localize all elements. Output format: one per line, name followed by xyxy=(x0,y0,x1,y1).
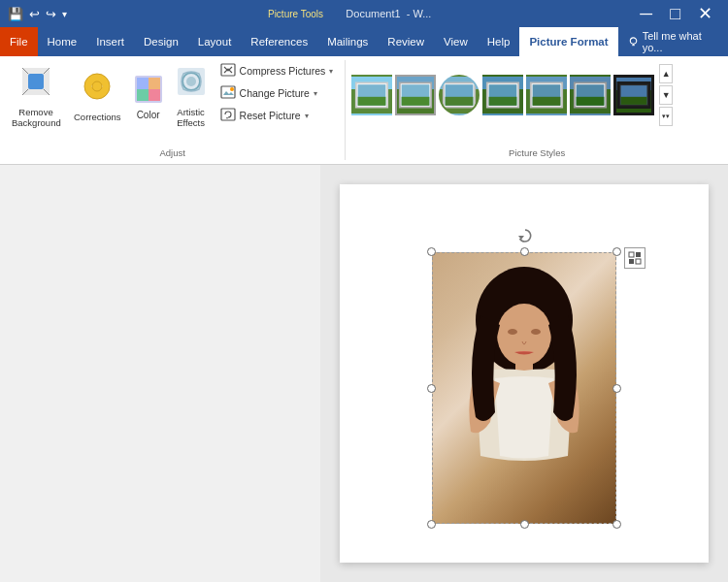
svg-rect-15 xyxy=(221,64,235,76)
svg-rect-36 xyxy=(577,97,605,106)
svg-point-42 xyxy=(497,304,551,366)
svg-rect-21 xyxy=(358,97,386,106)
picture-style-3[interactable] xyxy=(439,75,480,115)
adjust-items: RemoveBackground Corrections xyxy=(6,60,339,160)
ribbon: RemoveBackground Corrections xyxy=(0,56,728,165)
change-picture-label: Change Picture xyxy=(240,87,310,99)
compress-icon xyxy=(220,63,236,80)
svg-rect-48 xyxy=(629,259,634,264)
svg-rect-30 xyxy=(489,97,517,106)
compress-pictures-button[interactable]: Compress Pictures ▾ xyxy=(215,60,340,81)
menu-design[interactable]: Design xyxy=(134,27,188,56)
svg-rect-10 xyxy=(137,89,149,101)
title-bar: 💾 ↩ ↪ ▾ Picture Tools Document1 - W... ─… xyxy=(0,0,728,27)
undo-icon[interactable]: ↩ xyxy=(29,7,40,21)
corrections-button[interactable]: Corrections xyxy=(68,60,127,134)
artistic-effects-button[interactable]: ArtisticEffects xyxy=(170,60,213,134)
color-button[interactable]: Color xyxy=(129,60,168,134)
svg-point-44 xyxy=(508,329,517,335)
handle-top-left[interactable] xyxy=(427,247,436,256)
reset-dropdown: ▾ xyxy=(305,112,309,120)
svg-rect-24 xyxy=(402,97,430,106)
svg-point-17 xyxy=(230,87,234,91)
document-name: Document1 xyxy=(346,8,400,19)
tell-me-box[interactable]: Tell me what yo... xyxy=(618,27,728,56)
woman-illustration xyxy=(447,262,602,524)
menu-help[interactable]: Help xyxy=(478,27,520,56)
styles-scroll-more[interactable]: ▾▾ xyxy=(659,107,673,126)
handle-top-middle[interactable] xyxy=(520,247,529,256)
svg-rect-39 xyxy=(621,97,647,105)
layout-options-button[interactable] xyxy=(624,247,645,269)
reset-picture-label: Reset Picture xyxy=(240,110,301,121)
selected-image-container[interactable] xyxy=(432,252,616,524)
change-picture-icon xyxy=(220,85,236,102)
handle-top-right[interactable] xyxy=(612,247,621,256)
change-picture-button[interactable]: Change Picture ▾ xyxy=(215,82,340,104)
remove-background-button[interactable]: RemoveBackground xyxy=(6,60,66,134)
compress-pictures-label: Compress Pictures xyxy=(240,65,326,77)
remove-background-icon xyxy=(20,66,51,104)
change-dropdown: ▾ xyxy=(314,89,317,98)
styles-scroll: ▲ ▼ ▾▾ xyxy=(659,64,673,126)
menu-insert[interactable]: Insert xyxy=(86,27,134,56)
minimize-button[interactable]: ─ xyxy=(632,0,660,27)
menu-file[interactable]: File xyxy=(0,27,38,56)
picture-style-1[interactable] xyxy=(351,75,392,115)
title-center: Picture Tools Document1 - W... xyxy=(67,8,632,19)
handle-bottom-middle[interactable] xyxy=(520,520,529,529)
remove-background-label: RemoveBackground xyxy=(12,107,60,129)
selected-image xyxy=(432,252,616,524)
handle-bottom-left[interactable] xyxy=(427,520,436,529)
svg-point-14 xyxy=(186,77,196,86)
svg-rect-46 xyxy=(629,252,634,257)
restore-button[interactable]: □ xyxy=(662,0,688,27)
sidebar-panel xyxy=(0,165,320,582)
adjust-small-buttons: Compress Pictures ▾ Change Picture ▾ xyxy=(215,60,340,142)
svg-rect-11 xyxy=(149,89,160,101)
picture-style-5[interactable] xyxy=(526,75,567,115)
menu-references[interactable]: References xyxy=(241,27,317,56)
svg-rect-33 xyxy=(533,97,561,106)
menu-picture-format[interactable]: Picture Format xyxy=(519,27,617,56)
picture-style-2[interactable] xyxy=(395,75,436,115)
menu-view[interactable]: View xyxy=(434,27,478,56)
picture-styles-group: ▲ ▼ ▾▾ Picture Styles xyxy=(346,60,728,160)
compress-dropdown: ▾ xyxy=(329,67,333,76)
handle-middle-right[interactable] xyxy=(612,384,621,393)
menu-review[interactable]: Review xyxy=(378,27,434,56)
svg-rect-4 xyxy=(28,74,44,89)
color-icon xyxy=(133,74,164,107)
rotate-handle[interactable] xyxy=(516,227,532,242)
handle-middle-left[interactable] xyxy=(427,384,436,393)
handle-bottom-right[interactable] xyxy=(612,520,621,529)
picture-tools-label: Picture Tools xyxy=(268,9,323,19)
title-window-controls: ─ □ ✕ xyxy=(632,0,720,27)
tell-me-label: Tell me what yo... xyxy=(643,30,718,53)
svg-rect-8 xyxy=(137,78,149,89)
styles-scroll-up[interactable]: ▲ xyxy=(659,64,673,83)
picture-style-4[interactable] xyxy=(482,75,523,115)
picture-style-7-active[interactable] xyxy=(613,75,654,115)
picture-style-6[interactable] xyxy=(570,75,611,115)
adjust-group: RemoveBackground Corrections xyxy=(0,60,346,160)
picture-styles-items: ▲ ▼ ▾▾ xyxy=(351,60,722,146)
redo-icon[interactable]: ↪ xyxy=(46,7,56,21)
close-button[interactable]: ✕ xyxy=(690,0,720,27)
reset-icon xyxy=(220,108,236,124)
svg-rect-27 xyxy=(446,97,474,106)
styles-scroll-down[interactable]: ▼ xyxy=(659,85,673,105)
corrections-icon xyxy=(82,71,113,109)
picture-styles-label: Picture Styles xyxy=(346,147,728,158)
menu-mailings[interactable]: Mailings xyxy=(317,27,378,56)
save-icon[interactable]: 💾 xyxy=(8,7,23,21)
reset-picture-button[interactable]: Reset Picture ▾ xyxy=(215,105,340,126)
menu-home[interactable]: Home xyxy=(38,27,87,56)
content-area xyxy=(0,165,728,582)
svg-point-0 xyxy=(630,38,636,44)
layout-options-icon xyxy=(628,251,642,265)
corrections-label: Corrections xyxy=(74,112,121,122)
menu-layout[interactable]: Layout xyxy=(188,27,242,56)
document-page xyxy=(340,184,709,563)
svg-rect-49 xyxy=(636,259,641,264)
